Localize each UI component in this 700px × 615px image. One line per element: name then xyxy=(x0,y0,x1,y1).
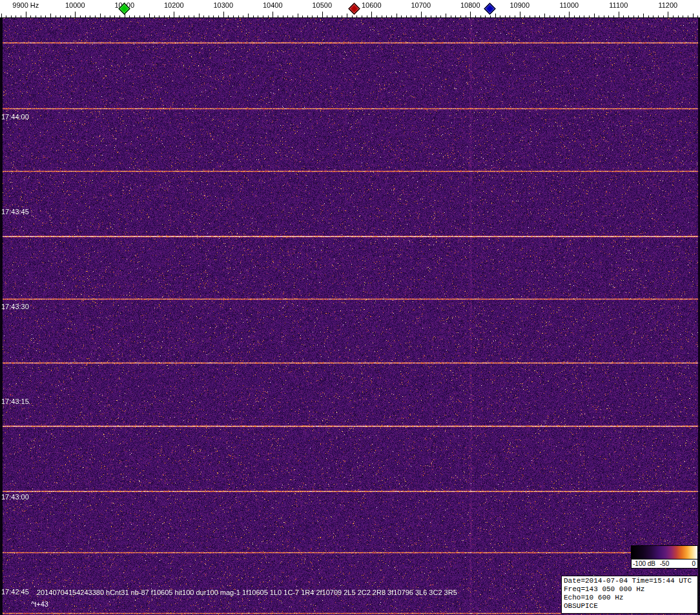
colorbar-gradient xyxy=(632,546,697,560)
time-label: 17:43:30 xyxy=(1,303,29,310)
info-date-time: Date=2014-07-04 Time=15:44 UTC xyxy=(564,577,695,585)
detection-meta-line: 20140704154243380 hCnt31 nb-87 f10605 hi… xyxy=(37,589,457,596)
time-label: 17:43:15 xyxy=(1,398,29,405)
info-station: OBSUPICE xyxy=(564,602,695,610)
spectrogram-waterfall[interactable] xyxy=(0,18,700,615)
time-label: 17:44:00 xyxy=(1,113,29,121)
observation-info-box: Date=2014-07-04 Time=15:44 UTC Freq=143 … xyxy=(561,576,698,614)
colorbar-label-min: -100 dB xyxy=(633,560,655,568)
info-echo: Echo=10 600 Hz xyxy=(564,594,695,602)
time-label: 17:43:45 xyxy=(1,208,29,216)
time-label: 17:43:00 xyxy=(1,493,29,501)
amplitude-colorbar: -100 dB -50 0 xyxy=(631,545,698,569)
time-label: 17:42:45 xyxy=(1,588,29,596)
colorbar-labels: -100 dB -50 0 xyxy=(632,560,697,568)
spectrum-lab-display: 17:44:00 17:43:45 17:43:30 17:43:15 17:4… xyxy=(0,0,700,615)
colorbar-label-max: 0 xyxy=(692,560,695,568)
detection-meta-line2: ^t+43 xyxy=(31,600,48,608)
info-frequency: Freq=143 050 000 Hz xyxy=(564,585,695,594)
colorbar-label-mid: -50 xyxy=(660,560,669,568)
